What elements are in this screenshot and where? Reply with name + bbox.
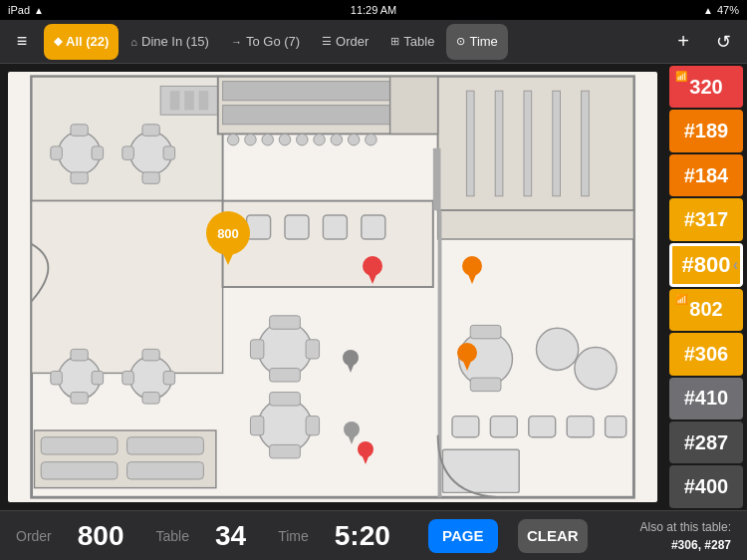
sidebar-item-306[interactable]: #306	[669, 333, 743, 375]
tab-table[interactable]: ⊞ Table	[380, 24, 444, 60]
chevron-icon: ‹	[733, 256, 738, 274]
svg-rect-41	[123, 371, 134, 384]
bluetooth-icon: ▲	[703, 5, 713, 16]
svg-rect-38	[71, 349, 88, 361]
svg-rect-46	[41, 437, 118, 454]
svg-rect-51	[270, 316, 301, 329]
tab-order[interactable]: ☰ Order	[312, 24, 378, 60]
svg-rect-18	[245, 134, 257, 145]
right-sidebar: 📶 320 #189 #184 #317 #800 ‹ 📶 802 #306 #…	[665, 64, 747, 510]
pin-gray-2[interactable]	[343, 420, 361, 450]
svg-rect-68	[470, 378, 501, 391]
svg-rect-44	[142, 393, 159, 405]
svg-rect-72	[490, 417, 517, 437]
pin-800[interactable]: 800	[202, 211, 254, 271]
svg-marker-81	[220, 247, 236, 265]
status-bar: iPad ▲ 11:29 AM ▲ 47%	[0, 0, 747, 20]
sidebar-item-317[interactable]: #317	[669, 198, 743, 240]
floorplan-container[interactable]: 800	[0, 64, 665, 510]
history-button[interactable]: ↺	[707, 26, 739, 58]
pin-gray-1[interactable]	[342, 349, 360, 379]
time-label: Time	[278, 528, 309, 544]
sidebar-label-802: 802	[689, 298, 722, 321]
svg-rect-12	[123, 146, 134, 159]
floorplan[interactable]: 800	[8, 72, 657, 502]
sidebar-item-320[interactable]: 📶 320	[669, 66, 743, 108]
svg-marker-88	[347, 363, 355, 373]
sidebar-label-189: #189	[684, 120, 729, 142]
sidebar-item-400[interactable]: #400	[669, 465, 743, 507]
sidebar-item-287[interactable]: #287	[669, 421, 743, 463]
svg-rect-57	[270, 444, 301, 457]
svg-rect-10	[71, 172, 88, 184]
svg-rect-13	[163, 146, 175, 159]
tab-all[interactable]: ◆ All (22)	[44, 24, 119, 60]
battery-label: 47%	[717, 4, 739, 16]
tab-dine-in[interactable]: ⌂ Dine In (15)	[121, 24, 219, 60]
page-button[interactable]: PAGE	[428, 519, 498, 553]
svg-text:800: 800	[217, 226, 239, 241]
svg-rect-75	[606, 417, 626, 437]
svg-rect-63	[323, 215, 347, 239]
svg-rect-37	[92, 371, 104, 384]
svg-rect-71	[452, 417, 479, 437]
svg-rect-26	[223, 82, 414, 101]
bottom-bar: Order 800 Table 34 Time 5:20 PAGE CLEAR …	[0, 510, 747, 560]
svg-rect-36	[51, 371, 63, 384]
svg-rect-4	[184, 91, 194, 110]
svg-rect-48	[41, 462, 118, 479]
tab-time-label: Time	[469, 34, 497, 49]
sidebar-item-189[interactable]: #189	[669, 110, 743, 151]
pin-orange-1[interactable]	[461, 256, 483, 286]
svg-rect-5	[199, 91, 209, 110]
svg-point-70	[575, 347, 617, 389]
svg-rect-64	[362, 215, 385, 239]
pin-orange-2[interactable]	[456, 343, 478, 377]
svg-rect-67	[470, 325, 501, 338]
svg-rect-52	[270, 369, 301, 382]
tab-order-icon: ☰	[322, 35, 332, 48]
sidebar-item-410[interactable]: #410	[669, 378, 743, 420]
svg-rect-53	[250, 340, 263, 359]
svg-rect-56	[270, 393, 301, 406]
menu-button[interactable]: ≡	[0, 20, 44, 64]
wifi-signal-icon: ▲	[34, 5, 44, 16]
clear-btn-label: CLEAR	[527, 527, 579, 544]
tab-table-label: Table	[403, 34, 434, 49]
sidebar-label-320: 320	[689, 76, 722, 99]
table-value: 34	[215, 520, 246, 552]
sidebar-item-802[interactable]: 📶 802	[669, 289, 743, 331]
tab-to-go-label: To Go (7)	[246, 34, 300, 49]
table-label: Table	[156, 528, 189, 544]
svg-rect-65	[438, 210, 634, 239]
svg-rect-47	[127, 437, 204, 454]
add-icon: +	[677, 30, 689, 53]
add-button[interactable]: +	[667, 26, 699, 58]
svg-rect-77	[442, 449, 519, 492]
nav-tabs: ◆ All (22) ⌂ Dine In (15) → To Go (7) ☰ …	[44, 20, 667, 63]
svg-rect-31	[524, 91, 532, 196]
also-label: Also at this table:	[640, 520, 731, 534]
status-time: 11:29 AM	[351, 4, 396, 16]
sidebar-label-287: #287	[684, 431, 729, 454]
svg-rect-21	[297, 134, 309, 145]
sidebar-item-800[interactable]: #800 ‹	[669, 243, 743, 287]
sidebar-item-184[interactable]: #184	[669, 154, 743, 196]
svg-rect-49	[127, 462, 204, 479]
tab-time-icon: ⊙	[456, 35, 465, 48]
pin-red-1[interactable]	[362, 256, 383, 286]
also-value: #306, #287	[671, 538, 731, 552]
svg-rect-3	[170, 91, 180, 110]
svg-marker-84	[368, 272, 377, 284]
svg-rect-17	[227, 134, 239, 145]
tab-time[interactable]: ⊙ Time	[446, 24, 507, 60]
floorplan-svg	[8, 72, 657, 502]
svg-marker-86	[467, 272, 477, 284]
clear-button[interactable]: CLEAR	[518, 519, 588, 553]
nav-right: + ↺	[667, 26, 747, 58]
svg-rect-54	[306, 340, 319, 359]
tab-to-go[interactable]: → To Go (7)	[221, 24, 310, 60]
svg-rect-15	[142, 172, 159, 184]
svg-rect-33	[582, 91, 590, 196]
tab-table-icon: ⊞	[390, 35, 399, 48]
